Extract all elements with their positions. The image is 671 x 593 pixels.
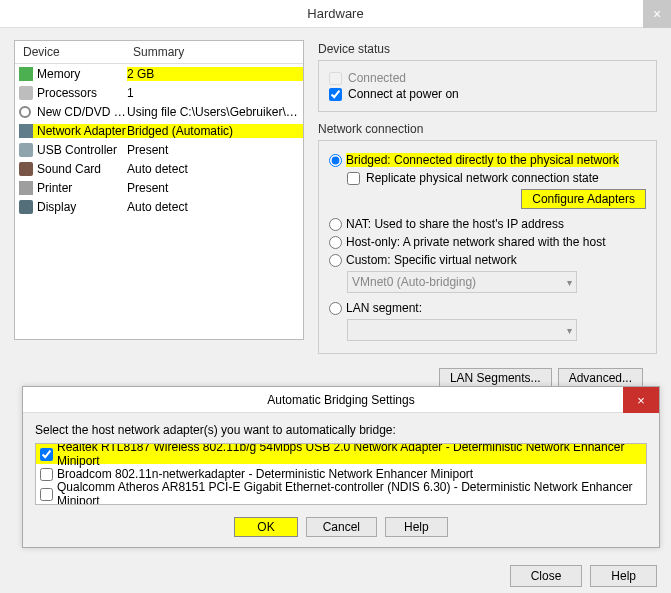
device-row[interactable]: Processors1 [15, 83, 303, 102]
bridging-titlebar: Automatic Bridging Settings × [23, 387, 659, 413]
chevron-down-icon: ▾ [567, 277, 572, 288]
device-summary: 1 [127, 86, 303, 100]
cancel-button[interactable]: Cancel [306, 517, 377, 537]
device-summary: Bridged (Automatic) [127, 124, 303, 138]
chevron-down-icon: ▾ [567, 325, 572, 336]
device-name: Network Adapter [35, 124, 127, 138]
connect-poweron-label: Connect at power on [348, 87, 459, 101]
column-summary[interactable]: Summary [125, 41, 192, 63]
vmnet-value: VMnet0 (Auto-bridging) [352, 275, 476, 289]
device-name: New CD/DVD (... [35, 105, 127, 119]
lansegment-radio[interactable] [329, 302, 342, 315]
device-summary: 2 GB [127, 67, 303, 81]
device-table-header: Device Summary [15, 41, 303, 64]
custom-label: Custom: Specific virtual network [346, 253, 517, 267]
device-row[interactable]: PrinterPresent [15, 178, 303, 197]
adapter-checkbox[interactable] [40, 488, 53, 501]
device-status-title: Device status [318, 42, 657, 56]
replicate-checkbox[interactable] [347, 172, 360, 185]
configure-adapters-button[interactable]: Configure Adapters [521, 189, 646, 209]
cd-icon [19, 106, 31, 118]
bridging-prompt: Select the host network adapter(s) you w… [35, 423, 647, 437]
hostonly-radio[interactable] [329, 236, 342, 249]
adapter-label: Qualcomm Atheros AR8151 PCI-E Gigabit Et… [57, 480, 642, 505]
device-row[interactable]: USB ControllerPresent [15, 140, 303, 159]
network-connection-title: Network connection [318, 122, 657, 136]
hostonly-label: Host-only: A private network shared with… [346, 235, 605, 249]
device-row[interactable]: New CD/DVD (...Using file C:\Users\Gebru… [15, 102, 303, 121]
ok-button[interactable]: OK [234, 517, 297, 537]
adapter-checkbox[interactable] [40, 448, 53, 461]
network-connection-group: Bridged: Connected directly to the physi… [318, 140, 657, 354]
close-icon[interactable]: × [643, 0, 671, 28]
usb-icon [19, 143, 33, 157]
adapter-list: Realtek RTL8187 Wireless 802.11b/g 54Mbp… [35, 443, 647, 505]
prn-icon [19, 181, 33, 195]
dsp-icon [19, 200, 33, 214]
device-name: Printer [35, 181, 127, 195]
device-name: Sound Card [35, 162, 127, 176]
net-icon [19, 124, 33, 138]
hardware-titlebar: Hardware × [0, 0, 671, 28]
adapter-label: Broadcom 802.11n-netwerkadapter - Determ… [57, 467, 473, 481]
device-summary: Present [127, 181, 303, 195]
device-row[interactable]: Memory2 GB [15, 64, 303, 83]
adapter-label: Realtek RTL8187 Wireless 802.11b/g 54Mbp… [57, 443, 642, 468]
right-panel: Device status Connected Connect at power… [318, 40, 657, 380]
help-button[interactable]: Help [590, 565, 657, 587]
lansegment-select: ▾ [347, 319, 577, 341]
connected-checkbox [329, 72, 342, 85]
device-name: USB Controller [35, 143, 127, 157]
bridged-label: Bridged: Connected directly to the physi… [346, 153, 619, 167]
device-summary: Using file C:\Users\Gebruiker\Des... [127, 105, 303, 119]
nat-radio[interactable] [329, 218, 342, 231]
close-button[interactable]: Close [510, 565, 583, 587]
nat-label: NAT: Used to share the host's IP address [346, 217, 564, 231]
bridged-radio[interactable] [329, 154, 342, 167]
device-table: Device Summary Memory2 GBProcessors1New … [14, 40, 304, 340]
device-name: Memory [35, 67, 127, 81]
device-name: Processors [35, 86, 127, 100]
hardware-title: Hardware [307, 6, 363, 21]
bridging-dialog: Automatic Bridging Settings × Select the… [22, 386, 660, 548]
custom-radio[interactable] [329, 254, 342, 267]
device-name: Display [35, 200, 127, 214]
main-area: Device Summary Memory2 GBProcessors1New … [0, 28, 671, 386]
adapter-row[interactable]: Qualcomm Atheros AR8151 PCI-E Gigabit Et… [36, 484, 646, 504]
column-device[interactable]: Device [15, 41, 125, 63]
mem-icon [19, 67, 33, 81]
lansegment-label: LAN segment: [346, 301, 422, 315]
device-status-group: Connected Connect at power on [318, 60, 657, 112]
adapter-row[interactable]: Realtek RTL8187 Wireless 802.11b/g 54Mbp… [36, 444, 646, 464]
advanced-button[interactable]: Advanced... [558, 368, 643, 388]
device-summary: Present [127, 143, 303, 157]
adapter-checkbox[interactable] [40, 468, 53, 481]
device-row[interactable]: Sound CardAuto detect [15, 159, 303, 178]
help-button[interactable]: Help [385, 517, 448, 537]
device-summary: Auto detect [127, 200, 303, 214]
device-row[interactable]: Network AdapterBridged (Automatic) [15, 121, 303, 140]
lan-segments-button[interactable]: LAN Segments... [439, 368, 552, 388]
close-icon[interactable]: × [623, 387, 659, 413]
replicate-label: Replicate physical network connection st… [366, 171, 599, 185]
bridging-title: Automatic Bridging Settings [267, 393, 414, 407]
snd-icon [19, 162, 33, 176]
device-row[interactable]: DisplayAuto detect [15, 197, 303, 216]
connect-poweron-checkbox[interactable] [329, 88, 342, 101]
vmnet-select: VMnet0 (Auto-bridging) ▾ [347, 271, 577, 293]
connected-label: Connected [348, 71, 406, 85]
cpu-icon [19, 86, 33, 100]
device-summary: Auto detect [127, 162, 303, 176]
